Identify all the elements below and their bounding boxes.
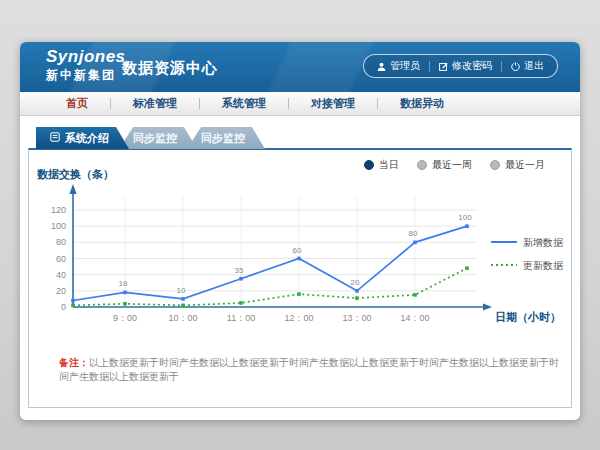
svg-text:100: 100 [51, 221, 66, 231]
main-nav: 首页 标准管理 系统管理 对接管理 数据异动 [20, 92, 580, 116]
svg-text:14：00: 14：00 [400, 313, 429, 323]
svg-text:0: 0 [61, 302, 66, 312]
tab-label: 系统介绍 [65, 131, 109, 146]
nav-item-home[interactable]: 首页 [44, 96, 110, 111]
tab-label: 同步监控 [133, 131, 177, 146]
logo-text: Synjones [46, 48, 126, 65]
tab-system-intro[interactable]: 系统介绍 [36, 127, 129, 149]
svg-text:120: 120 [51, 205, 66, 215]
power-icon [511, 62, 520, 71]
footnote-text: 以上数据更新于时间产生数据以上数据更新于时间产生数据以上数据更新于时间产生数据以… [59, 357, 559, 382]
svg-text:60: 60 [293, 246, 302, 255]
nav-item-system-management[interactable]: 系统管理 [200, 96, 288, 111]
footnote: 备注：以上数据更新于时间产生数据以上数据更新于时间产生数据以上数据更新于时间产生… [59, 356, 559, 384]
svg-text:60: 60 [56, 254, 66, 264]
tab-sync-monitor-2[interactable]: 同步监控 [187, 127, 265, 149]
svg-text:日期（小时）: 日期（小时） [495, 311, 561, 324]
svg-text:20: 20 [56, 286, 66, 296]
footnote-prefix: 备注： [59, 357, 89, 368]
svg-text:数据交换（条）: 数据交换（条） [36, 168, 114, 181]
svg-text:18: 18 [119, 279, 128, 288]
logo-subtext: 新中新集团 [46, 69, 126, 81]
svg-text:80: 80 [409, 229, 418, 238]
svg-text:10：00: 10：00 [168, 313, 197, 323]
tab-sync-monitor-1[interactable]: 同步监控 [119, 127, 197, 149]
chart-area: 0204060801001209：0010：0011：0012：0013：001… [33, 162, 573, 338]
user-icon [377, 62, 386, 71]
nav-item-standard-management[interactable]: 标准管理 [111, 96, 199, 111]
edit-icon [439, 62, 448, 71]
chart-panel: 当日 最近一周 最近一月 0204060801001209：0010：0011：… [28, 148, 572, 408]
main-window: Synjones 新中新集团 数据资源中心 管理员 修改密码 [20, 42, 580, 420]
company-logo: Synjones 新中新集团 [46, 48, 126, 81]
logout-button[interactable]: 退出 [502, 59, 553, 73]
svg-text:新增数据: 新增数据 [523, 237, 564, 248]
svg-text:10: 10 [177, 286, 186, 295]
app-header: Synjones 新中新集团 数据资源中心 管理员 修改密码 [20, 42, 580, 92]
svg-text:更新数据: 更新数据 [523, 260, 564, 271]
page-title: 数据资源中心 [122, 59, 218, 78]
nav-item-data-change[interactable]: 数据异动 [378, 96, 466, 111]
user-toolbar: 管理员 修改密码 退出 [363, 54, 558, 78]
svg-text:9：00: 9：00 [113, 313, 137, 323]
svg-text:35: 35 [235, 266, 244, 275]
tab-bar: 系统介绍 同步监控 同步监控 [36, 127, 265, 149]
svg-text:13：00: 13：00 [342, 313, 371, 323]
svg-text:11：00: 11：00 [227, 313, 255, 323]
svg-text:20: 20 [351, 278, 360, 287]
change-password-label: 修改密码 [452, 59, 492, 73]
svg-text:100: 100 [458, 213, 472, 222]
admin-user-label: 管理员 [390, 59, 420, 73]
nav-item-interface-management[interactable]: 对接管理 [289, 96, 377, 111]
svg-text:80: 80 [56, 237, 66, 247]
change-password-button[interactable]: 修改密码 [430, 59, 501, 73]
svg-text:40: 40 [56, 270, 66, 280]
document-icon [50, 132, 60, 144]
admin-user-button[interactable]: 管理员 [368, 59, 429, 73]
line-chart: 0204060801001209：0010：0011：0012：0013：001… [33, 162, 573, 334]
logout-label: 退出 [524, 59, 544, 73]
svg-text:12：00: 12：00 [284, 313, 313, 323]
tab-label: 同步监控 [201, 131, 245, 146]
